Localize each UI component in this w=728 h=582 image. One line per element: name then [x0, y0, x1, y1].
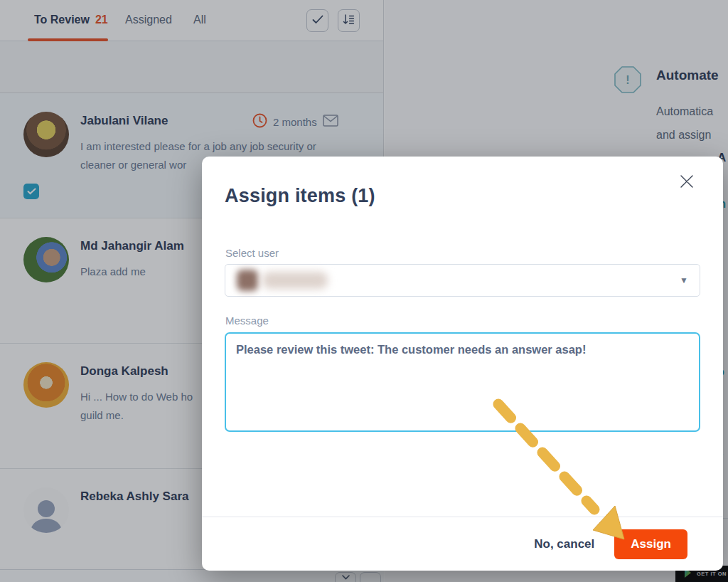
modal-title: Assign items (1): [225, 185, 375, 207]
app-screen: To Review21 Assigned All: [0, 0, 728, 582]
select-user-dropdown[interactable]: ▼: [225, 264, 700, 297]
message-label: Message: [225, 314, 269, 327]
message-textarea[interactable]: Please review this tweet: The customer n…: [225, 332, 700, 432]
select-user-label: Select user: [225, 247, 279, 259]
assign-button[interactable]: Assign: [614, 529, 687, 559]
close-icon[interactable]: [678, 172, 696, 191]
redacted-username: [262, 272, 328, 289]
assign-items-modal: Assign items (1) Select user ▼ Message P…: [202, 157, 723, 571]
redacted-avatar: [237, 270, 258, 291]
chevron-down-icon: ▼: [680, 275, 688, 285]
cancel-button[interactable]: No, cancel: [534, 537, 594, 551]
modal-footer: No, cancel Assign: [202, 517, 723, 571]
